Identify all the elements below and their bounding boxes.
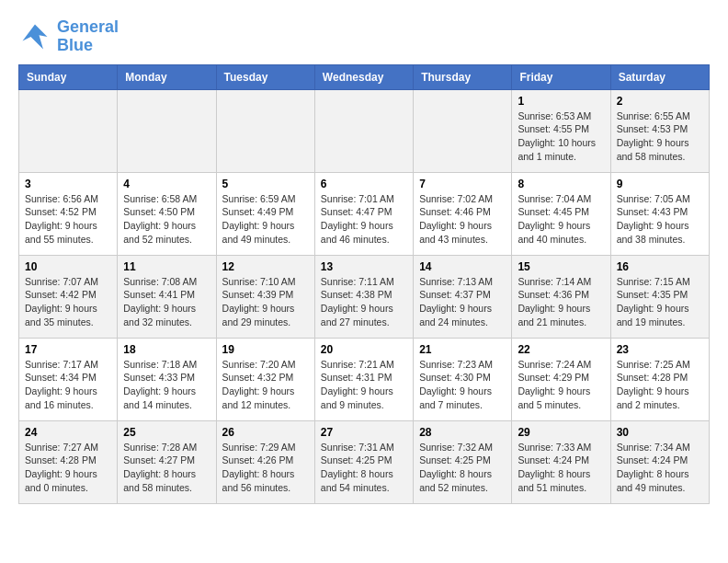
calendar-week-row: 10Sunrise: 7:07 AM Sunset: 4:42 PM Dayli… bbox=[19, 255, 710, 338]
calendar-cell: 8Sunrise: 7:04 AM Sunset: 4:45 PM Daylig… bbox=[512, 172, 610, 255]
weekday-header: Thursday bbox=[414, 64, 512, 89]
day-number: 8 bbox=[518, 178, 604, 190]
svg-marker-0 bbox=[23, 24, 48, 49]
calendar-cell: 4Sunrise: 6:58 AM Sunset: 4:50 PM Daylig… bbox=[118, 172, 216, 255]
day-info: Sunrise: 7:18 AM Sunset: 4:33 PM Dayligh… bbox=[123, 358, 210, 412]
day-info: Sunrise: 7:21 AM Sunset: 4:31 PM Dayligh… bbox=[321, 358, 407, 412]
calendar-cell: 29Sunrise: 7:33 AM Sunset: 4:24 PM Dayli… bbox=[512, 420, 610, 503]
day-info: Sunrise: 7:23 AM Sunset: 4:30 PM Dayligh… bbox=[419, 358, 506, 412]
page-header: General Blue bbox=[18, 18, 710, 55]
day-number: 27 bbox=[321, 426, 407, 439]
day-number: 12 bbox=[222, 260, 309, 273]
day-info: Sunrise: 7:31 AM Sunset: 4:25 PM Dayligh… bbox=[321, 441, 407, 495]
day-info: Sunrise: 7:32 AM Sunset: 4:25 PM Dayligh… bbox=[419, 441, 506, 495]
calendar-cell: 22Sunrise: 7:24 AM Sunset: 4:29 PM Dayli… bbox=[512, 338, 610, 420]
calendar-week-row: 24Sunrise: 7:27 AM Sunset: 4:28 PM Dayli… bbox=[19, 420, 710, 503]
day-info: Sunrise: 6:59 AM Sunset: 4:49 PM Dayligh… bbox=[222, 192, 309, 247]
calendar-cell bbox=[314, 89, 413, 172]
day-info: Sunrise: 7:10 AM Sunset: 4:39 PM Dayligh… bbox=[222, 275, 309, 329]
day-info: Sunrise: 7:04 AM Sunset: 4:45 PM Dayligh… bbox=[518, 192, 604, 247]
calendar-cell: 6Sunrise: 7:01 AM Sunset: 4:47 PM Daylig… bbox=[314, 172, 413, 255]
weekday-header: Friday bbox=[512, 64, 610, 89]
logo: General Blue bbox=[18, 18, 119, 55]
calendar-cell bbox=[216, 89, 314, 172]
day-number: 11 bbox=[123, 260, 210, 273]
day-number: 15 bbox=[518, 260, 604, 273]
calendar-cell: 12Sunrise: 7:10 AM Sunset: 4:39 PM Dayli… bbox=[216, 255, 314, 338]
calendar-cell: 24Sunrise: 7:27 AM Sunset: 4:28 PM Dayli… bbox=[19, 420, 118, 503]
day-info: Sunrise: 6:56 AM Sunset: 4:52 PM Dayligh… bbox=[25, 192, 111, 247]
day-number: 23 bbox=[617, 343, 703, 356]
calendar-cell: 5Sunrise: 6:59 AM Sunset: 4:49 PM Daylig… bbox=[216, 172, 314, 255]
calendar-week-row: 17Sunrise: 7:17 AM Sunset: 4:34 PM Dayli… bbox=[19, 338, 710, 420]
day-info: Sunrise: 7:15 AM Sunset: 4:35 PM Dayligh… bbox=[617, 275, 703, 329]
day-info: Sunrise: 7:07 AM Sunset: 4:42 PM Dayligh… bbox=[25, 275, 111, 329]
calendar-cell: 28Sunrise: 7:32 AM Sunset: 4:25 PM Dayli… bbox=[414, 420, 512, 503]
day-number: 3 bbox=[25, 178, 111, 190]
calendar-cell: 9Sunrise: 7:05 AM Sunset: 4:43 PM Daylig… bbox=[610, 172, 709, 255]
day-number: 28 bbox=[419, 426, 506, 439]
calendar-cell: 20Sunrise: 7:21 AM Sunset: 4:31 PM Dayli… bbox=[314, 338, 413, 420]
day-info: Sunrise: 7:24 AM Sunset: 4:29 PM Dayligh… bbox=[518, 358, 604, 412]
day-number: 1 bbox=[518, 95, 604, 108]
day-number: 6 bbox=[321, 178, 407, 190]
day-number: 16 bbox=[617, 260, 703, 273]
day-info: Sunrise: 7:27 AM Sunset: 4:28 PM Dayligh… bbox=[25, 441, 111, 495]
day-info: Sunrise: 7:17 AM Sunset: 4:34 PM Dayligh… bbox=[25, 358, 111, 412]
day-info: Sunrise: 7:25 AM Sunset: 4:28 PM Dayligh… bbox=[617, 358, 703, 412]
weekday-header: Monday bbox=[118, 64, 216, 89]
day-number: 24 bbox=[25, 426, 111, 439]
day-info: Sunrise: 7:14 AM Sunset: 4:36 PM Dayligh… bbox=[518, 275, 604, 329]
day-number: 5 bbox=[222, 178, 309, 190]
calendar-cell bbox=[19, 89, 118, 172]
day-number: 9 bbox=[617, 178, 703, 190]
day-number: 17 bbox=[25, 343, 111, 356]
day-info: Sunrise: 7:20 AM Sunset: 4:32 PM Dayligh… bbox=[222, 358, 309, 412]
day-number: 20 bbox=[321, 343, 407, 356]
calendar-cell: 1Sunrise: 6:53 AM Sunset: 4:55 PM Daylig… bbox=[512, 89, 610, 172]
day-info: Sunrise: 7:01 AM Sunset: 4:47 PM Dayligh… bbox=[321, 192, 407, 247]
day-number: 13 bbox=[321, 260, 407, 273]
calendar-cell: 25Sunrise: 7:28 AM Sunset: 4:27 PM Dayli… bbox=[118, 420, 216, 503]
calendar-week-row: 3Sunrise: 6:56 AM Sunset: 4:52 PM Daylig… bbox=[19, 172, 710, 255]
day-number: 21 bbox=[419, 343, 506, 356]
day-number: 19 bbox=[222, 343, 309, 356]
day-info: Sunrise: 7:13 AM Sunset: 4:37 PM Dayligh… bbox=[419, 275, 506, 329]
day-info: Sunrise: 7:33 AM Sunset: 4:24 PM Dayligh… bbox=[518, 441, 604, 495]
calendar-cell bbox=[118, 89, 216, 172]
calendar-cell: 15Sunrise: 7:14 AM Sunset: 4:36 PM Dayli… bbox=[512, 255, 610, 338]
calendar-table: SundayMondayTuesdayWednesdayThursdayFrid… bbox=[18, 64, 710, 504]
day-number: 22 bbox=[518, 343, 604, 356]
day-info: Sunrise: 6:53 AM Sunset: 4:55 PM Dayligh… bbox=[518, 109, 604, 164]
day-number: 10 bbox=[25, 260, 111, 273]
calendar-cell: 30Sunrise: 7:34 AM Sunset: 4:24 PM Dayli… bbox=[610, 420, 709, 503]
calendar-cell: 19Sunrise: 7:20 AM Sunset: 4:32 PM Dayli… bbox=[216, 338, 314, 420]
weekday-header: Tuesday bbox=[216, 64, 314, 89]
day-number: 30 bbox=[617, 426, 703, 439]
day-number: 7 bbox=[419, 178, 506, 190]
weekday-header: Wednesday bbox=[314, 64, 413, 89]
calendar-cell: 17Sunrise: 7:17 AM Sunset: 4:34 PM Dayli… bbox=[19, 338, 118, 420]
calendar-cell: 10Sunrise: 7:07 AM Sunset: 4:42 PM Dayli… bbox=[19, 255, 118, 338]
logo-icon bbox=[18, 20, 51, 53]
calendar-cell: 3Sunrise: 6:56 AM Sunset: 4:52 PM Daylig… bbox=[19, 172, 118, 255]
calendar-cell: 27Sunrise: 7:31 AM Sunset: 4:25 PM Dayli… bbox=[314, 420, 413, 503]
calendar-header-row: SundayMondayTuesdayWednesdayThursdayFrid… bbox=[19, 64, 710, 89]
day-info: Sunrise: 7:28 AM Sunset: 4:27 PM Dayligh… bbox=[123, 441, 210, 495]
weekday-header: Saturday bbox=[610, 64, 709, 89]
calendar-cell: 23Sunrise: 7:25 AM Sunset: 4:28 PM Dayli… bbox=[610, 338, 709, 420]
calendar-cell: 13Sunrise: 7:11 AM Sunset: 4:38 PM Dayli… bbox=[314, 255, 413, 338]
day-number: 14 bbox=[419, 260, 506, 273]
calendar-cell: 26Sunrise: 7:29 AM Sunset: 4:26 PM Dayli… bbox=[216, 420, 314, 503]
day-number: 26 bbox=[222, 426, 309, 439]
calendar-cell bbox=[414, 89, 512, 172]
logo-text: General Blue bbox=[57, 18, 119, 55]
day-info: Sunrise: 7:08 AM Sunset: 4:41 PM Dayligh… bbox=[123, 275, 210, 329]
calendar-cell: 21Sunrise: 7:23 AM Sunset: 4:30 PM Dayli… bbox=[414, 338, 512, 420]
day-number: 25 bbox=[123, 426, 210, 439]
day-info: Sunrise: 7:11 AM Sunset: 4:38 PM Dayligh… bbox=[321, 275, 407, 329]
calendar-cell: 11Sunrise: 7:08 AM Sunset: 4:41 PM Dayli… bbox=[118, 255, 216, 338]
day-number: 4 bbox=[123, 178, 210, 190]
day-info: Sunrise: 7:02 AM Sunset: 4:46 PM Dayligh… bbox=[419, 192, 506, 247]
calendar-cell: 18Sunrise: 7:18 AM Sunset: 4:33 PM Dayli… bbox=[118, 338, 216, 420]
